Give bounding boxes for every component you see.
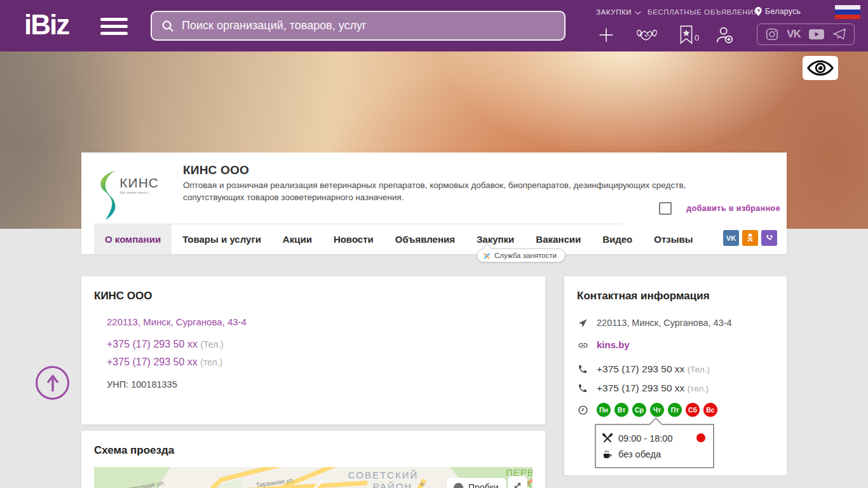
phone-number[interactable]: +375 (17) 293 50 xx [107, 339, 198, 349]
share-ok-button[interactable] [742, 230, 758, 246]
contacts-title: Контактная информация [577, 290, 774, 302]
company-logo-tagline: Мы знаем ответы... [119, 191, 159, 194]
traffic-button[interactable]: Пробки [446, 478, 506, 488]
chevron-down-icon [635, 8, 641, 15]
company-logo: КИНС Мы знаем ответы... [94, 158, 159, 220]
tab-promos[interactable]: Акции [272, 224, 323, 254]
phone-suffix: (Тел.) [200, 339, 223, 349]
scroll-to-top-button[interactable] [36, 366, 69, 400]
share-viber-button[interactable] [761, 230, 777, 246]
search-input[interactable] [182, 19, 555, 32]
map[interactable]: СОВЕТСКИЙ РАЙОН ПЕРВОМАЙСКИЙ РАЙОН Тираж… [94, 467, 532, 488]
day-badge-fri[interactable]: Пт [668, 403, 682, 417]
tab-about[interactable]: О компании [94, 224, 172, 254]
working-days: Пн Вт Ср Чт Пт Сб Вс [597, 403, 717, 417]
contacts-website-link[interactable]: kins.by [597, 339, 630, 350]
about-address-link[interactable]: 220113, Минск, Сурганова, 43-4 [107, 316, 247, 327]
link-free-ads-label: БЕСПЛАТНЫЕ ОБЪЯВЛЕНИЯ [648, 8, 759, 16]
day-badge-sun[interactable]: Вс [703, 403, 717, 417]
search-icon [161, 19, 175, 33]
day-badge-mon[interactable]: Пн [597, 403, 611, 417]
about-title: КИНС ООО [94, 290, 532, 302]
phone-icon [577, 383, 588, 393]
link-zakupki-label: ЗАКУПКИ [596, 8, 632, 16]
day-badge-tue[interactable]: Вт [614, 403, 628, 417]
contacts-card: Контактная информация 220113, Минск, Сур… [564, 276, 787, 475]
header-social-links: VK [757, 24, 855, 45]
phone-number[interactable]: +375 (17) 293 50 xx [597, 363, 684, 374]
link-icon [577, 339, 588, 351]
about-card: КИНС ООО 220113, Минск, Сурганова, 43-4 … [81, 276, 545, 424]
vk-icon[interactable]: VK [787, 28, 801, 41]
add-to-favorites: добавить в избранное [659, 202, 780, 215]
location-pin-icon [755, 7, 762, 16]
handshake-icon[interactable] [634, 23, 660, 47]
company-description: Оптовая и розничная реализация ветеринар… [183, 180, 742, 204]
company-header-card: КИНС Мы знаем ответы... КИНС ООО Оптовая… [81, 152, 787, 254]
link-zakupki[interactable]: ЗАКУПКИ [596, 8, 639, 16]
phone-number[interactable]: +375 (17) 293 50 xx [597, 383, 684, 393]
expand-icon [513, 481, 522, 488]
traffic-button-label: Пробки [468, 482, 499, 488]
tab-video[interactable]: Видео [592, 224, 643, 254]
employment-service-tooltip: Служба занятости [477, 248, 566, 262]
telegram-icon[interactable] [832, 27, 846, 41]
eye-icon [807, 59, 834, 77]
navigation-arrow-icon [577, 318, 588, 329]
youtube-icon[interactable] [808, 28, 825, 41]
link-free-ads[interactable]: БЕСПЛАТНЫЕ ОБЪЯВЛЕНИЯ [648, 8, 759, 16]
working-hours-popup: 09:00 - 18:00 без обеда [595, 424, 714, 468]
tab-reviews[interactable]: Отзывы [643, 224, 703, 254]
coffee-cup-icon [602, 449, 613, 459]
tab-products[interactable]: Товары и услуги [172, 224, 272, 254]
tab-news[interactable]: Новости [323, 224, 384, 254]
company-name: КИНС ООО [183, 163, 249, 177]
lunch-value: без обеда [618, 449, 661, 459]
link-country[interactable]: Беларусь [755, 7, 801, 16]
map-district-label: РАЙОН [373, 481, 412, 488]
day-badge-wed[interactable]: Ср [632, 403, 646, 417]
contacts-address: 220113, Минск, Сурганова, 43-4 [597, 318, 732, 328]
traffic-light-icon [454, 483, 463, 488]
site-logo[interactable]: iBiz [24, 9, 69, 41]
company-logo-text: КИНС [119, 175, 159, 191]
phone-suffix: (тел.) [200, 357, 222, 367]
map-fullscreen-button[interactable] [508, 476, 527, 488]
menu-hamburger-icon[interactable] [100, 18, 128, 35]
favorite-label[interactable]: добавить в избранное [686, 204, 780, 213]
clock-icon [577, 404, 588, 416]
about-unp: УНП: 100181335 [107, 379, 532, 390]
phone-suffix: (Тел.) [688, 365, 710, 374]
tab-ads[interactable]: Объявления [384, 224, 466, 254]
accessibility-eye-button[interactable] [803, 56, 838, 80]
page: iBiz ЗАКУПКИ БЕСПЛАТНЫЕ ОБЪЯВЛЕНИЯ Белар… [0, 0, 868, 488]
arrow-up-icon [44, 374, 61, 393]
working-hours-value: 09:00 - 18:00 [618, 433, 672, 444]
about-phone-2: +375 (17) 293 50 xx (тел.) [107, 356, 532, 368]
link-country-label: Беларусь [765, 7, 801, 16]
contacts-phone-2: +375 (17) 293 50 xx (тел.) [597, 383, 709, 394]
favorite-checkbox[interactable] [659, 202, 672, 215]
header: iBiz ЗАКУПКИ БЕСПЛАТНЫЕ ОБЪЯВЛЕНИЯ Белар… [0, 0, 868, 51]
map-card: Схема проезда [81, 431, 545, 488]
language-flag-russian[interactable] [835, 5, 860, 19]
phone-icon [577, 363, 588, 374]
share-vk-button[interactable]: VK [723, 230, 739, 246]
employment-service-icon [483, 252, 491, 259]
map-title: Схема проезда [94, 444, 532, 457]
company-logo-swoosh [94, 166, 117, 225]
share-buttons: VK [723, 230, 777, 246]
map-district-label: СОВЕТСКИЙ [348, 470, 418, 480]
phone-suffix: (тел.) [688, 384, 709, 393]
about-phone-1: +375 (17) 293 50 xx (Тел.) [107, 339, 532, 350]
instagram-icon[interactable] [765, 27, 779, 41]
tools-icon [602, 433, 613, 444]
profile-add-icon[interactable] [712, 23, 737, 47]
favorites-count: 0 [695, 33, 699, 43]
day-badge-sat[interactable]: Сб [686, 403, 700, 417]
status-dot [696, 433, 705, 442]
employment-service-label: Служба занятости [494, 252, 557, 259]
add-plus-icon[interactable] [593, 23, 619, 47]
day-badge-thu[interactable]: Чт [650, 403, 664, 417]
phone-number[interactable]: +375 (17) 293 50 xx [107, 356, 198, 367]
